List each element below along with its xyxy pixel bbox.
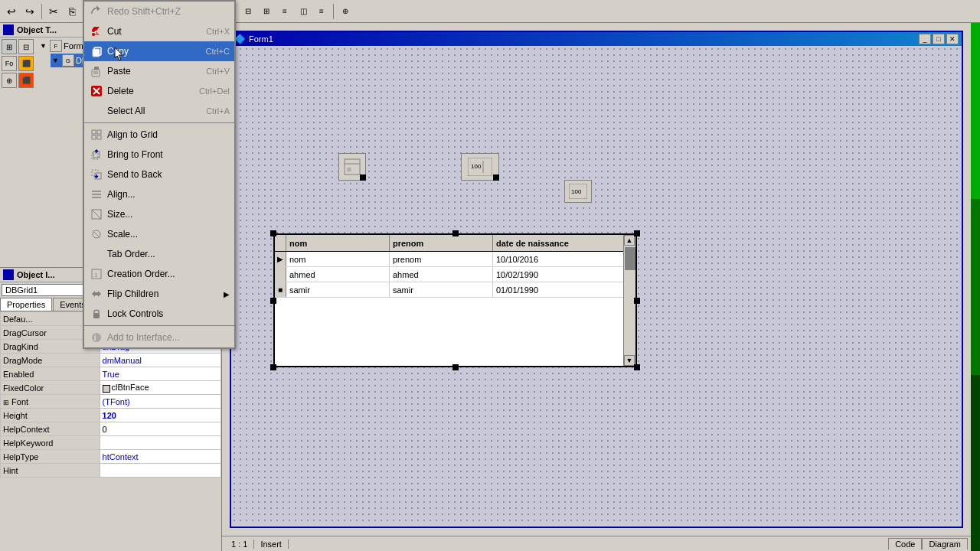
form-canvas[interactable]: ⊞ 100 <box>231 46 962 525</box>
menu-item-taborder[interactable]: Tab Order... <box>84 244 234 264</box>
svg-text:100: 100 <box>471 163 482 170</box>
form-window-controls: _ □ ✕ <box>919 34 959 44</box>
menu-item-delete[interactable]: Delete Ctrl+Del <box>84 81 234 101</box>
tab-code[interactable]: Code <box>888 538 922 549</box>
prop-name-font: ⊞ Font <box>1 395 100 409</box>
status-position: 1 : 1 <box>225 540 254 549</box>
small-component-2[interactable]: 100 <box>461 153 499 181</box>
prop-val-font[interactable]: (TFont) <box>100 395 220 409</box>
toolbar-btn10[interactable]: ⊞ <box>258 3 275 20</box>
dbgrid-header-prenom: prenom <box>390 235 493 251</box>
tab-diagram[interactable]: Diagram <box>922 538 968 549</box>
prop-val-height[interactable]: 120 <box>100 409 220 422</box>
prop-val-enabled[interactable]: True <box>100 367 220 381</box>
treeview-btn4[interactable]: ⬛ <box>18 56 34 71</box>
toolbar-btn13[interactable]: ≡ <box>313 3 330 20</box>
row1-nom: nom <box>286 252 390 266</box>
prop-row-hint: Hint <box>1 464 221 478</box>
prop-name-enabled: Enabled <box>1 367 100 381</box>
prop-row-helptype: HelpType htContext <box>1 450 221 464</box>
menu-item-paste[interactable]: Paste Ctrl+V <box>84 61 234 81</box>
menu-item-aligngrid[interactable]: Align to Grid <box>84 125 234 145</box>
menu-shortcut-paste: Ctrl+V <box>206 67 230 76</box>
menu-item-cut[interactable]: Cut Ctrl+X <box>84 23 234 41</box>
menu-item-align[interactable]: Align... <box>84 184 234 204</box>
prop-val-helptype[interactable]: htContext <box>100 450 220 464</box>
menu-item-addinterface[interactable]: i Add to Interface... <box>84 328 234 347</box>
treeview-btn2[interactable]: ⊟ <box>18 39 34 54</box>
prop-name-helpkeyword: HelpKeyword <box>1 436 100 450</box>
form-minimize-btn[interactable]: _ <box>919 34 931 44</box>
treeview-btn5[interactable]: ⊕ <box>2 73 17 88</box>
dbgrid[interactable]: nom prenom date de naissance ▶ nom preno… <box>273 233 637 367</box>
dbgrid-row-1[interactable]: ▶ nom prenom 10/10/2016 <box>275 252 635 267</box>
toolbar-cut-btn[interactable]: ✂ <box>45 3 62 20</box>
menu-item-scale[interactable]: Scale... <box>84 224 234 244</box>
menu-label-align: Align... <box>107 189 230 200</box>
small-component-3[interactable]: 100 <box>564 180 592 203</box>
small-component-1[interactable]: ⊞ <box>338 153 366 181</box>
menu-item-lockcontrols[interactable]: Lock Controls <box>84 304 234 324</box>
menu-item-size[interactable]: Size... <box>84 204 234 224</box>
menu-item-sendback[interactable]: Send to Back <box>84 165 234 184</box>
toolbar-sep4 <box>333 4 334 19</box>
form-close-btn[interactable]: ✕ <box>946 34 959 44</box>
tab-properties[interactable]: Properties <box>0 298 52 311</box>
dbgrid-row-2[interactable]: ahmed ahmed 10/02/1990 <box>275 267 635 282</box>
dbgrid-row-3[interactable]: ■ samir samir 01/01/1990 <box>275 282 635 298</box>
prop-val-helpcontext[interactable]: 0 <box>100 422 220 436</box>
prop-val-hint[interactable] <box>100 464 220 478</box>
menu-label-cut: Cut <box>107 26 206 37</box>
inspector-icon <box>3 269 14 280</box>
toolbar-copy-btn[interactable]: ⎘ <box>64 3 80 20</box>
treeview-btn1[interactable]: ⊞ <box>2 39 17 54</box>
menu-sep2 <box>84 325 234 326</box>
comp2-icon: 100 <box>468 158 492 176</box>
prop-val-dragmode[interactable]: dmManual <box>100 354 220 367</box>
scroll-thumb[interactable] <box>625 247 635 270</box>
toolbar-undo-btn[interactable]: ↩ <box>3 3 20 20</box>
menu-item-bringfront[interactable]: Bring to Front <box>84 145 234 165</box>
form-titlebar: 🔷 Form1 _ □ ✕ <box>231 32 962 46</box>
menu-item-copy[interactable]: Copy Ctrl+C <box>84 41 234 61</box>
menu-item-flipchildren[interactable]: Flip Children ▶ <box>84 284 234 304</box>
size-icon <box>89 207 104 222</box>
toolbar-btn14[interactable]: ⊕ <box>337 3 354 20</box>
handle-ml <box>270 298 276 304</box>
menu-item-creationorder[interactable]: 1 Creation Order... <box>84 264 234 284</box>
paste-icon <box>89 64 104 79</box>
dbgrid-header-indicator <box>275 235 286 251</box>
menu-label-creationorder: Creation Order... <box>107 269 230 279</box>
handle-bl <box>270 364 276 370</box>
scroll-up-btn[interactable]: ▲ <box>624 235 635 246</box>
toolbar-btn12[interactable]: ◫ <box>295 3 312 20</box>
flipchildren-icon <box>89 286 104 302</box>
copy-icon <box>89 44 104 59</box>
row2-indicator <box>275 267 286 282</box>
menu-label-scale: Scale... <box>107 229 230 240</box>
treeview-btn6[interactable]: ⬛ <box>18 73 34 88</box>
prop-name-helpcontext: HelpContext <box>1 422 100 436</box>
svg-text:⊞: ⊞ <box>347 167 351 172</box>
form-maximize-btn[interactable]: □ <box>933 34 945 44</box>
prop-val-fixedcolor[interactable]: clBtnFace <box>100 381 220 395</box>
prop-name-fixedcolor: FixedColor <box>1 381 100 395</box>
color-strip-top <box>971 23 980 199</box>
dbgrid-header-nom: nom <box>286 235 390 251</box>
row1-dob: 10/10/2016 <box>493 252 635 266</box>
creationorder-icon: 1 <box>89 266 104 282</box>
align-icon <box>89 187 104 202</box>
menu-label-paste: Paste <box>107 66 206 77</box>
toolbar-btn11[interactable]: ≡ <box>276 3 293 20</box>
addinterface-icon: i <box>89 330 104 345</box>
comp2-handle-br <box>493 174 499 181</box>
prop-val-helpkeyword[interactable] <box>100 436 220 450</box>
color-strip-mid <box>971 199 980 375</box>
treeview-btn3[interactable]: Fo <box>2 56 17 71</box>
scroll-down-btn[interactable]: ▼ <box>624 355 635 366</box>
dbgrid-header-dob: date de naissance <box>493 235 635 251</box>
menu-item-selectall[interactable]: Select All Ctrl+A <box>84 101 234 121</box>
toolbar-btn9[interactable]: ⊟ <box>240 3 256 20</box>
toolbar-redo-btn[interactable]: ↪ <box>21 3 38 20</box>
menu-shortcut-selectall: Ctrl+A <box>206 106 230 116</box>
